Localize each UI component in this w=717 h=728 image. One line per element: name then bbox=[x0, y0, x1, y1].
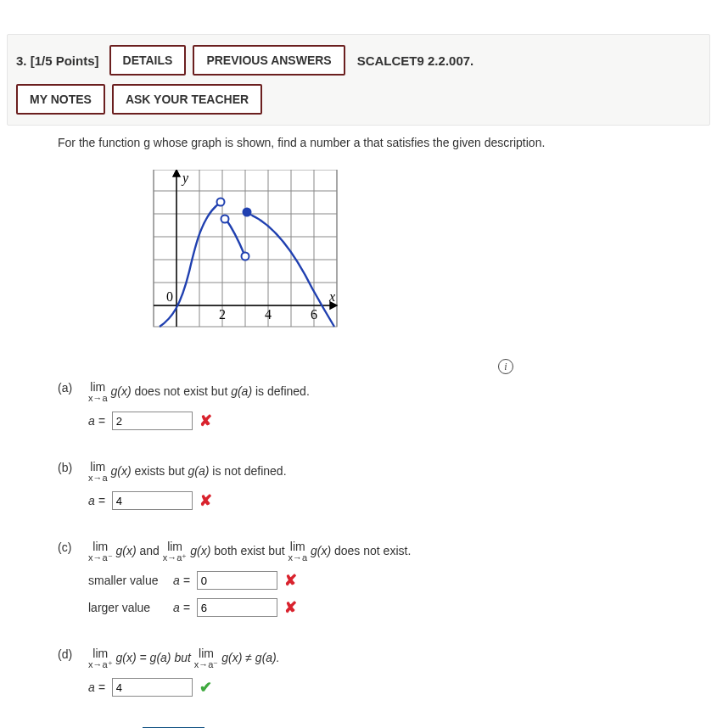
part-d-label: (d) bbox=[58, 647, 78, 661]
question-number: 3. [1/5 Points] bbox=[16, 53, 99, 68]
wrong-icon: ✘ bbox=[199, 413, 212, 428]
tick-6: 6 bbox=[311, 307, 317, 322]
correct-icon: ✔ bbox=[199, 680, 212, 695]
my-notes-button[interactable]: MY NOTES bbox=[16, 84, 105, 115]
a-equals: a = bbox=[88, 494, 105, 507]
svg-point-20 bbox=[217, 199, 225, 206]
info-icon[interactable]: i bbox=[498, 359, 513, 374]
part-b-answer-row: a = ✘ bbox=[88, 491, 700, 510]
question-content: For the function g whose graph is shown,… bbox=[41, 126, 717, 728]
a-equals: a = bbox=[173, 601, 190, 614]
part-c-larger-input[interactable] bbox=[197, 598, 277, 617]
smaller-value-label: smaller value bbox=[88, 574, 166, 587]
part-a-input[interactable] bbox=[112, 412, 193, 430]
question-header: 3. [1/5 Points] DETAILS PREVIOUS ANSWERS… bbox=[7, 34, 710, 126]
part-c-statement: limx→a⁻ g(x) and limx→a⁺ g(x) both exist… bbox=[88, 540, 411, 563]
ask-teacher-button[interactable]: ASK YOUR TEACHER bbox=[112, 84, 262, 115]
part-c: (c) limx→a⁻ g(x) and limx→a⁺ g(x) both e… bbox=[58, 540, 700, 617]
part-d: (d) limx→a⁺ g(x) = g(a) but limx→a⁻ g(x)… bbox=[58, 647, 700, 697]
part-a: (a) limx→a g(x) does not exist but g(a) … bbox=[58, 381, 700, 430]
a-equals: a = bbox=[88, 680, 105, 694]
details-button[interactable]: DETAILS bbox=[109, 45, 187, 76]
part-c-smaller-input[interactable] bbox=[197, 571, 277, 590]
part-b-input[interactable] bbox=[112, 491, 193, 510]
y-axis-label: y bbox=[181, 171, 189, 186]
header-row-2: MY NOTES ASK YOUR TEACHER bbox=[16, 84, 701, 115]
part-b-label: (b) bbox=[58, 461, 78, 474]
part-b: (b) limx→a g(x) exists but g(a) is not d… bbox=[58, 461, 700, 510]
part-c-label: (c) bbox=[58, 540, 78, 554]
tick-4: 4 bbox=[265, 307, 272, 322]
wrong-icon: ✘ bbox=[199, 493, 212, 508]
svg-marker-17 bbox=[173, 170, 180, 176]
prompt-text: For the function g whose graph is shown,… bbox=[58, 136, 700, 149]
part-a-answer-row: a = ✘ bbox=[88, 412, 700, 430]
x-axis-label: x bbox=[328, 289, 335, 304]
a-equals: a = bbox=[88, 414, 105, 428]
part-c-smaller-row: smaller value a = ✘ bbox=[88, 571, 700, 590]
previous-answers-button[interactable]: PREVIOUS ANSWERS bbox=[193, 45, 344, 76]
part-d-answer-row: a = ✔ bbox=[88, 678, 700, 697]
wrong-icon: ✘ bbox=[284, 573, 297, 588]
svg-point-22 bbox=[242, 253, 249, 260]
svg-point-23 bbox=[244, 209, 251, 216]
part-b-statement: limx→a g(x) exists but g(a) is not defin… bbox=[88, 461, 287, 483]
wrong-icon: ✘ bbox=[284, 600, 297, 615]
part-a-statement: limx→a g(x) does not exist but g(a) is d… bbox=[88, 381, 310, 403]
source-code: SCALCET9 2.2.007. bbox=[357, 53, 474, 68]
svg-point-21 bbox=[221, 216, 229, 223]
part-d-input[interactable] bbox=[112, 678, 193, 697]
info-icon-row: i bbox=[58, 359, 700, 374]
larger-value-label: larger value bbox=[88, 601, 166, 614]
part-a-label: (a) bbox=[58, 381, 78, 395]
origin-label: 0 bbox=[166, 289, 173, 304]
tick-2: 2 bbox=[219, 307, 226, 322]
header-row-1: 3. [1/5 Points] DETAILS PREVIOUS ANSWERS… bbox=[16, 45, 701, 76]
part-c-larger-row: larger value a = ✘ bbox=[88, 598, 700, 617]
part-d-statement: limx→a⁺ g(x) = g(a) but limx→a⁻ g(x) ≠ g… bbox=[88, 647, 280, 669]
graph: y x 0 2 4 6 bbox=[143, 170, 700, 342]
a-equals: a = bbox=[173, 574, 190, 587]
